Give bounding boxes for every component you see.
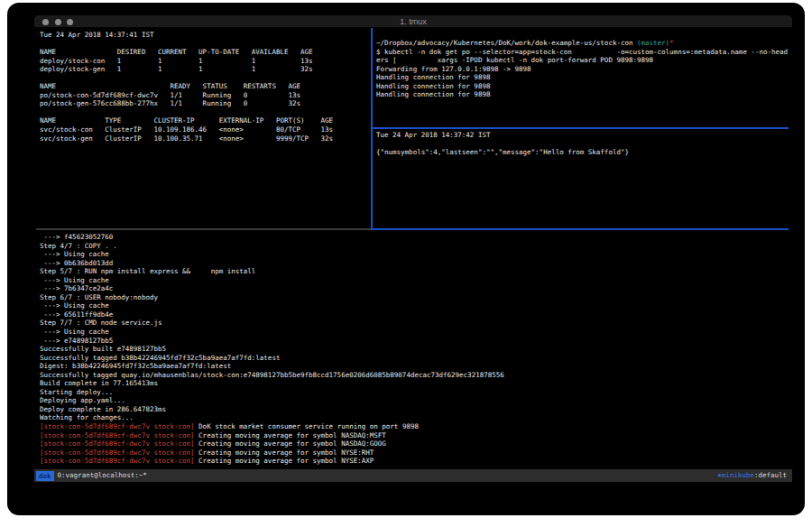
pod-log-message: Creating moving average for symbol NYSE:… xyxy=(195,457,374,465)
pod-log-prefix: [stock-con-5d7df689cf-dwc7v stock-con] xyxy=(40,431,195,439)
tmux-status-bar: dok 0:vagrant@localhost:~* ⎈minikube:def… xyxy=(34,469,792,482)
tmux-session-name[interactable]: dok xyxy=(36,471,54,481)
shell-prompt-path: ~/Dropbox/advocacy/Kubernetes/DoK/work/d… xyxy=(376,39,789,48)
terminal-window: 1. tmux Tue 24 Apr 2018 14:37:41 IST NAM… xyxy=(34,15,792,482)
cwd-path: ~/Dropbox/advocacy/Kubernetes/DoK/work/d… xyxy=(376,39,637,47)
log-line: [stock-con-5d7df689cf-dwc7v stock-con] C… xyxy=(40,431,789,440)
pane-divider-right[interactable] xyxy=(371,127,789,129)
pod-log-prefix: [stock-con-5d7df689cf-dwc7v stock-con] xyxy=(40,457,195,465)
pane-kubectl-watch[interactable]: Tue 24 Apr 2018 14:37:41 IST NAME DESIRE… xyxy=(40,31,370,227)
curl-output: Tue 24 Apr 2018 14:37:42 IST {"numsymbol… xyxy=(376,131,789,157)
pane-port-forward[interactable]: ~/Dropbox/advocacy/Kubernetes/DoK/work/d… xyxy=(376,31,789,126)
log-line: [stock-con-5d7df689cf-dwc7v stock-con] C… xyxy=(40,457,789,466)
kubectl-watch-output: Tue 24 Apr 2018 14:37:41 IST NAME DESIRE… xyxy=(40,31,370,143)
docker-build-log: ---> f45623052760 Step 4/7 : COPY . . --… xyxy=(40,233,789,422)
pod-log-message: Creating moving average for symbol NYSE:… xyxy=(195,449,374,457)
log-line: [stock-con-5d7df689cf-dwc7v stock-con] C… xyxy=(40,439,789,449)
pod-log-message: Creating moving average for symbol NASDA… xyxy=(195,439,386,448)
pod-log-message: DoK stock market consumer service runnin… xyxy=(195,422,419,430)
tmux-session: Tue 24 Apr 2018 14:37:41 IST NAME DESIRE… xyxy=(34,28,792,482)
log-line: [stock-con-5d7df689cf-dwc7v stock-con] C… xyxy=(40,449,789,458)
pane-divider-main-inactive[interactable] xyxy=(36,228,371,230)
window-titlebar[interactable]: 1. tmux xyxy=(34,15,792,28)
log-line: [stock-con-5d7df689cf-dwc7v stock-con] D… xyxy=(40,422,789,431)
pane-curl-output[interactable]: Tue 24 Apr 2018 14:37:42 IST {"numsymbol… xyxy=(376,131,789,227)
pane-skaffold-build[interactable]: ---> f45623052760 Step 4/7 : COPY . . --… xyxy=(40,233,789,467)
pod-log-prefix: [stock-con-5d7df689cf-dwc7v stock-con] xyxy=(40,422,195,430)
window-title: 1. tmux xyxy=(34,15,792,28)
port-forward-output: $ kubectl -n dok get po --selector=app=s… xyxy=(376,48,789,99)
tmux-window-label[interactable]: 0:vagrant@localhost:~* xyxy=(58,471,147,480)
kube-context-status: ⎈minikube:default xyxy=(717,471,787,480)
pane-divider-main-active[interactable] xyxy=(371,228,789,230)
pod-log-message: Creating moving average for symbol NASDA… xyxy=(195,431,386,439)
kube-namespace: :default xyxy=(754,471,787,479)
git-branch: (master) xyxy=(637,39,669,47)
pod-log-prefix: [stock-con-5d7df689cf-dwc7v stock-con] xyxy=(40,439,195,448)
desktop-background: 1. tmux Tue 24 Apr 2018 14:37:41 IST NAM… xyxy=(7,3,805,515)
git-dirty-marker: * xyxy=(669,39,674,47)
kube-context: minikube xyxy=(722,471,754,479)
pod-log-prefix: [stock-con-5d7df689cf-dwc7v stock-con] xyxy=(40,449,195,457)
